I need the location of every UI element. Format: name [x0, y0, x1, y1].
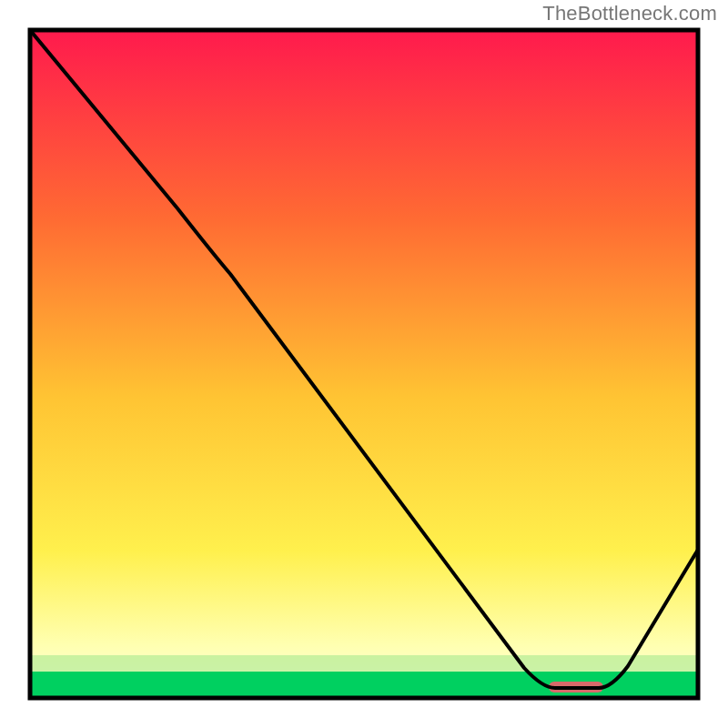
near-optimal-band: [30, 655, 698, 672]
chart-background: [30, 30, 698, 698]
watermark-label: TheBottleneck.com: [542, 2, 717, 25]
bottleneck-chart: [0, 0, 728, 728]
chart-container: TheBottleneck.com: [0, 0, 728, 728]
